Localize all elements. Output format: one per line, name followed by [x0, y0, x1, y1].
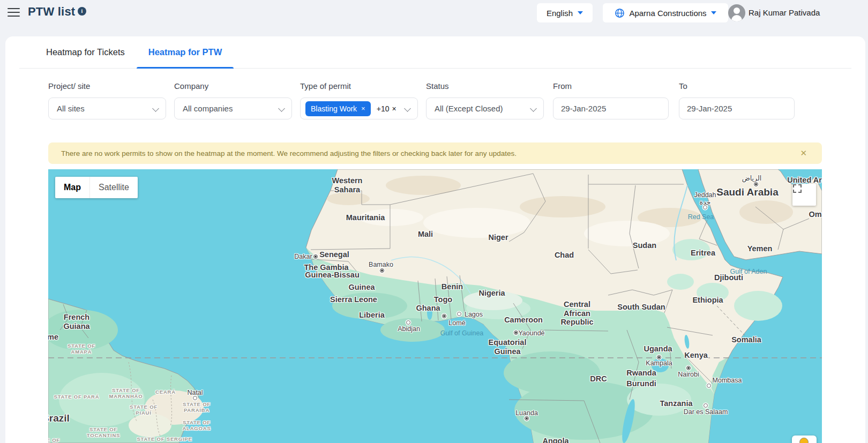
- pegman-icon: [799, 438, 809, 443]
- city-marker: [442, 314, 446, 318]
- city-marker: [704, 403, 708, 408]
- fullscreen-icon: [792, 184, 802, 193]
- map-label-the-gambia: The Gambia: [304, 263, 349, 272]
- map-label-nigeria: Nigeria: [478, 289, 505, 298]
- map-label-burundi: Burundi: [626, 379, 656, 388]
- filter-status: Status All (Except Closed): [426, 81, 544, 119]
- map-label-gulf-of-guinea: Gulf of Guinea: [440, 329, 484, 337]
- map-type-control: Map Satellite: [55, 177, 138, 198]
- map-label-state-of-alagoas: STATE OF ALAGOAS: [182, 420, 211, 432]
- from-date-input[interactable]: [553, 97, 669, 119]
- map-label-kenya: Kenya: [684, 351, 708, 360]
- status-label: Status: [426, 81, 544, 91]
- map-label-red-sea: Red Sea: [688, 213, 714, 221]
- tab-heatmap-for-ptw[interactable]: Heatmap for PTW: [137, 36, 234, 68]
- filter-from: From: [553, 81, 669, 119]
- map-label-tanzania: Tanzania: [660, 399, 693, 408]
- map-label-brazil: Brazil: [48, 412, 70, 424]
- map-label-central-african-republic: Central African Republic: [560, 300, 593, 327]
- map-label-western-sahara: Western Sahara: [332, 176, 363, 194]
- more-remove-icon[interactable]: ×: [392, 104, 396, 113]
- caret-down-icon: [578, 11, 583, 14]
- map-label-dar-es-salaam: Dar es Salaam: [684, 408, 728, 416]
- tab-heatmap-for-tickets[interactable]: Heatmap for Tickets: [34, 36, 137, 68]
- map-label-cameroon: Cameroon: [504, 316, 543, 325]
- status-select[interactable]: All (Except Closed): [426, 97, 544, 119]
- map-label-mauritania: Mauritania: [346, 213, 385, 222]
- to-label: To: [679, 81, 795, 91]
- chevron-down-icon: [152, 105, 159, 112]
- top-bar: PTW list i English Aparna Constructions …: [0, 0, 868, 26]
- map-label-togo: Togo: [434, 295, 452, 304]
- map-label-niger: Niger: [488, 233, 508, 242]
- info-icon[interactable]: i: [78, 7, 86, 16]
- map-label-state-of: STATE OF: [48, 438, 60, 443]
- map-label-ghana: Ghana: [416, 304, 440, 313]
- map-label-sudan: Sudan: [633, 241, 656, 250]
- map-label-guinea: Guinea: [348, 283, 375, 292]
- globe-icon: [615, 8, 625, 18]
- chevron-down-icon: [278, 105, 285, 112]
- map-label-state-of-piau: STATE OF PIAUÍ: [130, 404, 158, 416]
- map-label-yaound: Yaoundé: [518, 329, 544, 337]
- city-marker: [657, 355, 661, 359]
- city-marker: [525, 416, 529, 421]
- city-marker: [406, 320, 410, 325]
- city-marker: [313, 254, 318, 259]
- page-title: PTW list: [28, 5, 75, 19]
- company-select[interactable]: All companies: [174, 97, 292, 119]
- language-dropdown[interactable]: English: [537, 3, 593, 22]
- pegman-control[interactable]: [792, 436, 817, 443]
- map-label-bamako: Bamako: [369, 261, 393, 268]
- map-label-eritrea: Eritrea: [691, 249, 715, 258]
- city-marker: [514, 331, 518, 335]
- map-canvas[interactable]: Western SaharaMauritaniaMaliNigerChadSud…: [48, 169, 822, 443]
- map-label-south-sudan: South Sudan: [617, 303, 665, 312]
- map-label-label: الرياض: [742, 175, 762, 182]
- map-label-drc: DRC: [590, 374, 607, 384]
- map-label-dakar: Dakar: [294, 253, 312, 260]
- map-label-ethiopia: Ethiopia: [692, 296, 723, 305]
- map-label-saudi-arabia: Saudi Arabia: [716, 186, 778, 198]
- caret-down-icon: [711, 11, 716, 14]
- permit-chip[interactable]: Blasting Work ×: [305, 101, 371, 116]
- to-date-input[interactable]: [679, 97, 795, 119]
- map-label-nairobi: Nairobi: [678, 371, 699, 378]
- avatar[interactable]: [728, 4, 745, 21]
- chevron-down-icon: [404, 105, 411, 112]
- organization-label: Aparna Constructions: [629, 9, 706, 18]
- satellite-button[interactable]: Satellite: [89, 177, 138, 198]
- map-button[interactable]: Map: [55, 177, 89, 198]
- map-label-mali: Mali: [418, 230, 433, 239]
- company-label: Company: [174, 81, 292, 91]
- no-permits-banner: There are no work permits to show on the…: [48, 142, 822, 164]
- map-label-state-of-sergipe: STATE OF SERGIPE: [137, 437, 192, 442]
- hamburger-menu-icon[interactable]: [8, 8, 20, 18]
- map-label-kampala: Kampala: [646, 359, 672, 367]
- map-label-uganda: Uganda: [643, 344, 672, 354]
- project-site-select[interactable]: All sites: [48, 97, 166, 119]
- from-label: From: [553, 81, 669, 91]
- map-label-state-of-maranh-o: STATE OF MARANHÃO: [109, 388, 143, 400]
- permit-type-multiselect[interactable]: Blasting Work × +10 ×: [300, 97, 418, 119]
- fullscreen-button[interactable]: [792, 184, 816, 206]
- map-label-gulf-of-aden: Gulf of Aden: [730, 268, 767, 275]
- map-label-djibouti: Djibouti: [714, 273, 743, 282]
- city-marker: [457, 312, 461, 316]
- filter-project-site: Project/ site All sites: [48, 81, 166, 119]
- city-marker: [686, 366, 691, 370]
- filter-company: Company All companies: [174, 81, 292, 119]
- permit-more-count: +10: [377, 104, 390, 113]
- filter-permit-type: Type of permit Blasting Work × +10 ×: [300, 81, 418, 119]
- user-name: Raj Kumar Pativada: [749, 8, 820, 17]
- map-label-cear: CEARÁ: [155, 389, 176, 395]
- map-label-liberia: Liberia: [359, 311, 385, 320]
- banner-close-icon[interactable]: ✕: [798, 147, 809, 159]
- map-label-somalia: Somalia: [731, 335, 761, 344]
- map-label-suriname: Suriname: [48, 333, 58, 342]
- city-marker: [193, 396, 197, 400]
- project-site-label: Project/ site: [48, 81, 166, 91]
- organization-dropdown[interactable]: Aparna Constructions: [603, 3, 728, 22]
- chip-remove-icon[interactable]: ×: [361, 104, 365, 112]
- tabs-row: Heatmap for Tickets Heatmap for PTW: [19, 36, 851, 69]
